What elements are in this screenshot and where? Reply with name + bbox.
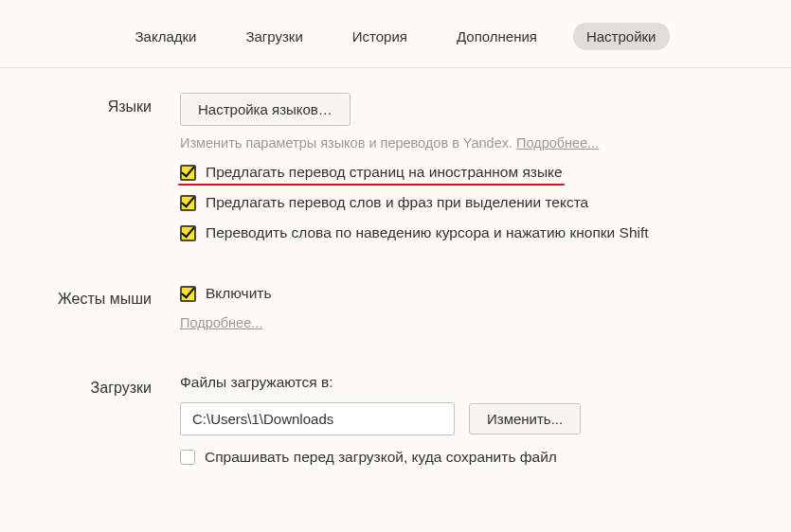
checkbox-label-translate-hover: Переводить слова по наведению курсора и … xyxy=(206,224,649,241)
checkbox-row-translate-words: Предлагать перевод слов и фраз при выдел… xyxy=(180,194,744,211)
language-settings-button[interactable]: Настройка языков… xyxy=(180,93,351,126)
section-label-gestures: Жесты мыши xyxy=(0,285,180,308)
tab-addons[interactable]: Дополнения xyxy=(443,23,550,50)
checkbox-label-translate-words: Предлагать перевод слов и фраз при выдел… xyxy=(206,194,588,211)
checkbox-label-ask-before-download: Спрашивать перед загрузкой, куда сохрани… xyxy=(205,449,557,466)
checkbox-ask-before-download[interactable] xyxy=(180,450,195,465)
checkbox-row-translate-pages: Предлагать перевод страниц на иностранно… xyxy=(180,164,744,181)
checkbox-label-translate-pages: Предлагать перевод страниц на иностранно… xyxy=(206,164,563,181)
highlight-underline xyxy=(178,184,565,186)
checkbox-translate-words[interactable] xyxy=(180,195,196,211)
section-downloads: Загрузки Файлы загружаются в: Изменить..… xyxy=(0,374,791,466)
downloads-change-button[interactable]: Изменить... xyxy=(469,403,581,434)
checkbox-translate-pages[interactable] xyxy=(180,165,196,181)
languages-more-link[interactable]: Подробнее... xyxy=(516,135,599,151)
checkbox-translate-hover[interactable] xyxy=(180,225,196,241)
section-label-downloads: Загрузки xyxy=(0,374,180,397)
tab-history[interactable]: История xyxy=(339,23,421,50)
downloads-path-input[interactable] xyxy=(180,402,455,435)
checkbox-gestures-enable[interactable] xyxy=(180,286,196,302)
downloads-files-label: Файлы загружаются в: xyxy=(180,374,744,391)
languages-hint: Изменить параметры языков и переводов в … xyxy=(180,135,744,151)
tab-settings[interactable]: Настройки xyxy=(573,23,670,50)
languages-hint-text: Изменить параметры языков и переводов в … xyxy=(180,135,516,151)
section-label-languages: Языки xyxy=(0,93,180,115)
tab-downloads[interactable]: Загрузки xyxy=(232,23,315,50)
settings-content: Языки Настройка языков… Изменить парамет… xyxy=(0,68,791,466)
settings-tabs: Закладки Загрузки История Дополнения Нас… xyxy=(0,0,791,68)
tab-bookmarks[interactable]: Закладки xyxy=(122,23,210,50)
section-languages: Языки Настройка языков… Изменить парамет… xyxy=(0,93,791,241)
checkbox-row-translate-hover: Переводить слова по наведению курсора и … xyxy=(180,224,744,241)
gestures-more-link[interactable]: Подробнее... xyxy=(180,315,262,330)
section-gestures: Жесты мыши Включить Подробнее... xyxy=(0,285,791,330)
checkbox-label-gestures-enable: Включить xyxy=(206,285,272,302)
